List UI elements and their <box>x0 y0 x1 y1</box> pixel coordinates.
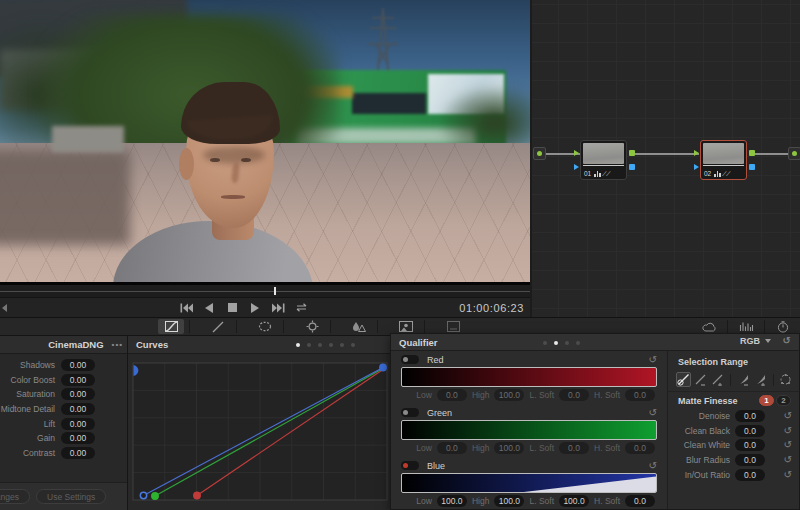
matte-finesse-tab-2[interactable]: 2 <box>776 395 791 406</box>
node01-key-output[interactable] <box>629 164 635 170</box>
blue-enable-toggle[interactable] <box>401 461 419 470</box>
curves-palette-icon[interactable] <box>158 319 184 334</box>
softness-add-tool[interactable] <box>754 372 768 387</box>
picker-add-tool[interactable] <box>711 372 725 387</box>
blur-radius-value[interactable]: 0.0 <box>735 454 765 466</box>
color-warper-icon[interactable] <box>205 319 231 334</box>
green-reset-icon[interactable]: ↺ <box>649 408 657 418</box>
denoise-value[interactable]: 0.0 <box>735 410 765 422</box>
cloud-icon[interactable] <box>696 319 722 334</box>
changes-button[interactable]: Changes <box>0 489 30 504</box>
matte-finesse-tabs: 1 2 <box>759 395 791 406</box>
source-node[interactable] <box>533 147 546 160</box>
panel-title: Curves <box>136 339 168 350</box>
plaza-shadow <box>0 150 130 245</box>
timer-icon[interactable] <box>770 319 796 334</box>
sizing-icon[interactable] <box>440 319 466 334</box>
clean-black-value[interactable]: 0.0 <box>735 425 765 437</box>
blue-high-value[interactable]: 100.0 <box>494 495 524 507</box>
stills-icon[interactable] <box>393 319 419 334</box>
blue-selection-wedge <box>402 474 656 492</box>
node02-rgb-input[interactable] <box>694 150 699 156</box>
corrector-node-01[interactable]: 01 ∕ ∕ <box>580 140 627 180</box>
scrubber-track[interactable] <box>0 291 530 292</box>
play-reverse-button[interactable] <box>202 302 216 314</box>
shadows-value[interactable]: 0.00 <box>61 359 95 371</box>
panel-options-icon[interactable]: ••• <box>112 340 123 349</box>
play-button[interactable] <box>248 302 262 314</box>
green-high-value[interactable]: 100.0 <box>494 442 524 454</box>
red-hsoft-value[interactable]: 0.0 <box>625 389 655 401</box>
curves-page-dots[interactable] <box>296 343 355 347</box>
red-low-value[interactable]: 0.0 <box>437 389 467 401</box>
stop-button[interactable] <box>225 302 239 314</box>
qualifier-reset-icon[interactable]: ↺ <box>783 336 791 346</box>
green-hsoft-value[interactable]: 0.0 <box>625 442 655 454</box>
color-boost-value[interactable]: 0.00 <box>61 374 95 386</box>
node02-key-output[interactable] <box>749 164 755 170</box>
raw-row: Color Boost0.00 <box>0 373 127 388</box>
blue-low-value[interactable]: 100.0 <box>437 495 467 507</box>
invert-selection-tool[interactable] <box>779 372 793 387</box>
green-low-value[interactable]: 0.0 <box>437 442 467 454</box>
picker-subtract-tool[interactable] <box>694 372 708 387</box>
scopes-waveform-icon[interactable] <box>733 319 759 334</box>
green-enable-toggle[interactable] <box>401 408 419 417</box>
collapse-left-icon[interactable] <box>2 304 7 312</box>
timeline-scrubber[interactable] <box>0 285 530 297</box>
playhead-marker[interactable] <box>274 287 276 295</box>
node01-key-input[interactable] <box>574 164 579 170</box>
node-label-row: 02 ∕ ∕ <box>704 170 729 177</box>
video-viewer[interactable] <box>0 0 530 285</box>
qualifier-mode-dropdown[interactable]: RGB <box>740 336 771 346</box>
inout-ratio-reset-icon[interactable]: ↺ <box>784 470 792 480</box>
selection-range-title: Selection Range <box>668 354 799 370</box>
curves-graph[interactable] <box>128 354 390 510</box>
lift-value[interactable]: 0.00 <box>61 418 95 430</box>
blue-hsoft-value[interactable]: 0.0 <box>625 495 655 507</box>
red-reset-icon[interactable]: ↺ <box>649 355 657 365</box>
blue-lsoft-value[interactable]: 100.0 <box>559 495 589 507</box>
output-node[interactable] <box>788 147 800 160</box>
softness-subtract-tool[interactable] <box>736 372 750 387</box>
matte-row: Clean Black0.0↺ <box>668 424 799 439</box>
midtone-detail-value[interactable]: 0.00 <box>61 403 95 415</box>
tracker-icon[interactable] <box>299 319 325 334</box>
clean-white-value[interactable]: 0.0 <box>735 439 765 451</box>
skip-back-button[interactable] <box>179 302 193 314</box>
matte-finesse-tab-1[interactable]: 1 <box>759 395 774 406</box>
green-gradient-bar[interactable] <box>401 420 657 440</box>
gain-value[interactable]: 0.00 <box>61 432 95 444</box>
loop-button[interactable] <box>294 302 308 314</box>
blue-gradient-bar[interactable] <box>401 473 657 493</box>
clean-black-reset-icon[interactable]: ↺ <box>784 426 792 436</box>
red-gradient-bar[interactable] <box>401 367 657 387</box>
red-enable-toggle[interactable] <box>401 355 419 364</box>
node01-rgb-output[interactable] <box>629 150 635 156</box>
blue-reset-icon[interactable]: ↺ <box>649 461 657 471</box>
node01-rgb-input[interactable] <box>574 150 579 156</box>
power-window-icon[interactable] <box>252 319 278 334</box>
node02-key-input[interactable] <box>694 164 699 170</box>
use-settings-button[interactable]: Use Settings <box>36 489 106 504</box>
skip-forward-button[interactable] <box>271 302 285 314</box>
node-editor[interactable]: 01 ∕ ∕ 02 ∕ ∕ <box>532 0 800 317</box>
node-number: 01 <box>584 170 591 177</box>
red-high-value[interactable]: 100.0 <box>494 389 524 401</box>
green-lsoft-value[interactable]: 0.0 <box>559 442 589 454</box>
contrast-value[interactable]: 0.00 <box>61 447 95 459</box>
qualifier-page-dots[interactable] <box>543 341 580 345</box>
chevron-down-icon <box>765 339 771 343</box>
blur-icon[interactable] <box>346 319 372 334</box>
blur-radius-reset-icon[interactable]: ↺ <box>784 455 792 465</box>
node02-rgb-output[interactable] <box>749 150 755 156</box>
man-right-eye <box>241 158 251 162</box>
picker-tool[interactable] <box>676 372 691 387</box>
clean-white-reset-icon[interactable]: ↺ <box>784 440 792 450</box>
red-lsoft-value[interactable]: 0.0 <box>559 389 589 401</box>
inout-ratio-value[interactable]: 0.0 <box>735 469 765 481</box>
denoise-reset-icon[interactable]: ↺ <box>784 411 792 421</box>
corrector-node-02[interactable]: 02 ∕ ∕ <box>700 140 747 180</box>
saturation-value[interactable]: 0.00 <box>61 388 95 400</box>
raw-row: Midtone Detail0.00 <box>0 402 127 417</box>
